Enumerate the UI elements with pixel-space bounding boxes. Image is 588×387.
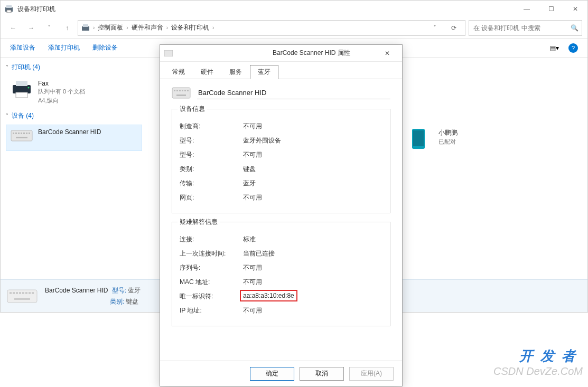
field-label: 型号: [180, 136, 243, 145]
recent-dropdown[interactable]: ˅ [42, 21, 57, 35]
svg-rect-3 [82, 26, 89, 31]
close-button[interactable]: ✕ [563, 1, 587, 17]
tab-bluetooth[interactable]: 蓝牙 [250, 65, 278, 79]
forward-button[interactable]: → [24, 21, 39, 35]
field-value: 不可用 [243, 122, 382, 131]
tab-hardware[interactable]: 硬件 [193, 65, 221, 79]
view-options-button[interactable]: ▤▾ [550, 44, 559, 52]
svg-rect-26 [13, 292, 15, 294]
svg-rect-14 [13, 133, 14, 134]
keyboard-icon [164, 50, 268, 56]
help-button[interactable]: ? [568, 43, 578, 53]
ok-button[interactable]: 确定 [250, 367, 294, 381]
field-label: 网页: [180, 193, 243, 202]
chevron-right-icon: › [93, 25, 95, 31]
field-label: 型号: [180, 150, 243, 159]
status-label: 型号: [112, 287, 126, 294]
chevron-right-icon: › [126, 25, 128, 31]
search-icon[interactable]: 🔍 [571, 24, 578, 32]
cancel-button[interactable]: 取消 [300, 367, 344, 381]
svg-rect-39 [182, 90, 183, 91]
apply-button[interactable]: 应用(A) [349, 367, 394, 381]
svg-rect-40 [184, 90, 186, 91]
svg-rect-33 [14, 298, 30, 300]
field-value: 键盘 [243, 165, 382, 174]
field-label: MAC 地址: [180, 278, 243, 287]
field-value: aa:a8:a3:10:ed:8e [243, 292, 382, 301]
svg-rect-28 [19, 292, 21, 294]
chevron-down-icon: ˅ [6, 113, 8, 119]
svg-rect-30 [25, 292, 27, 294]
add-device-button[interactable]: 添加设备 [10, 43, 35, 52]
chevron-right-icon: › [166, 25, 168, 31]
field-label: 序列号: [180, 263, 243, 272]
device-subtext: 队列中有 0 个文档 [38, 87, 85, 96]
printer-icon [11, 80, 33, 99]
minimize-button[interactable]: — [515, 1, 539, 17]
status-device-name: BarCode Scanner HID [45, 287, 108, 294]
printer-item-fax[interactable]: Fax 队列中有 0 个文档 A4,纵向 [6, 76, 142, 108]
refresh-button[interactable]: ⟳ [446, 21, 462, 35]
maximize-button[interactable]: ☐ [539, 1, 563, 17]
field-label: 唯一标识符: [180, 292, 243, 301]
troubleshoot-group: 疑难解答信息 连接:标准 上一次连接时间:当前已连接 序列号:不可用 MAC 地… [172, 222, 390, 326]
watermark-line2: CSDN DevZe.CoM [493, 365, 583, 377]
dialog-tabs: 常规 硬件 服务 蓝牙 [160, 62, 402, 79]
dialog-body: BarCode Scanner HID 设备信息 制造商:不可用 型号:蓝牙外围… [160, 79, 402, 361]
tab-general[interactable]: 常规 [164, 65, 193, 79]
svg-rect-2 [7, 10, 11, 13]
chevron-down-icon: ˅ [6, 64, 8, 70]
devices-printers-icon [81, 24, 90, 32]
chevron-down-icon[interactable]: ˅ [427, 21, 443, 35]
device-name-field[interactable]: BarCode Scanner HID [197, 87, 390, 99]
search-box[interactable]: 🔍 [469, 20, 582, 36]
svg-rect-1 [6, 5, 12, 8]
field-label: 制造商: [180, 122, 243, 131]
svg-rect-37 [176, 90, 178, 91]
field-value: 标准 [243, 235, 382, 244]
breadcrumb-item[interactable]: 控制面板 [98, 23, 123, 32]
up-button[interactable]: ↑ [60, 21, 74, 35]
keyboard-icon [11, 128, 33, 147]
window-title: 设备和打印机 [17, 5, 515, 14]
field-value: 不可用 [243, 150, 382, 159]
group-legend: 设备信息 [178, 105, 207, 114]
field-label: 连接: [180, 235, 243, 244]
svg-rect-38 [179, 90, 181, 91]
group-label: 设备 (4) [12, 111, 34, 120]
status-value: 键盘 [126, 298, 138, 305]
titlebar: 设备和打印机 — ☐ ✕ [1, 1, 587, 17]
field-value: 蓝牙 [243, 179, 382, 188]
svg-rect-13 [11, 130, 32, 141]
field-value: 蓝牙外围设备 [243, 136, 382, 145]
device-item-barcode-scanner[interactable]: BarCode Scanner HID [6, 125, 142, 151]
address-bar: ← → ˅ ↑ › 控制面板 › 硬件和声音 › 设备和打印机 › ˅ ⟳ 🔍 [1, 17, 587, 39]
search-input[interactable] [472, 24, 571, 32]
field-value: 不可用 [243, 263, 382, 272]
breadcrumb-item[interactable]: 设备和打印机 [171, 23, 209, 32]
svg-rect-29 [22, 292, 24, 294]
devices-printers-icon [5, 5, 13, 13]
breadcrumb[interactable]: › 控制面板 › 硬件和声音 › 设备和打印机 › ˅ ⟳ [78, 20, 465, 36]
add-printer-button[interactable]: 添加打印机 [48, 43, 80, 52]
dialog-close-button[interactable]: ✕ [377, 45, 398, 61]
device-subtext: 已配对 [438, 137, 458, 146]
device-item-phone[interactable]: 小鹏鹏 已配对 [406, 125, 543, 151]
field-label: 上一次连接时间: [180, 249, 243, 258]
phone-icon [411, 128, 433, 147]
remove-device-button[interactable]: 删除设备 [92, 43, 118, 52]
svg-rect-19 [26, 133, 27, 134]
field-value: 不可用 [243, 193, 382, 202]
status-info: BarCode Scanner HID 型号: 蓝牙 BarCode Scann… [45, 286, 141, 306]
field-label: 传输: [180, 179, 243, 188]
field-value: 不可用 [243, 306, 382, 315]
svg-point-8 [28, 87, 30, 89]
svg-rect-18 [23, 133, 25, 134]
breadcrumb-item[interactable]: 硬件和声音 [132, 23, 163, 32]
properties-dialog: BarCode Scanner HID 属性 ✕ 常规 硬件 服务 蓝牙 Bar… [160, 44, 403, 386]
back-button[interactable]: ← [6, 21, 21, 35]
unique-id-highlight: aa:a8:a3:10:ed:8e [240, 290, 297, 301]
tab-services[interactable]: 服务 [221, 65, 250, 79]
status-label: 类别: [110, 298, 124, 305]
svg-rect-7 [16, 92, 27, 98]
